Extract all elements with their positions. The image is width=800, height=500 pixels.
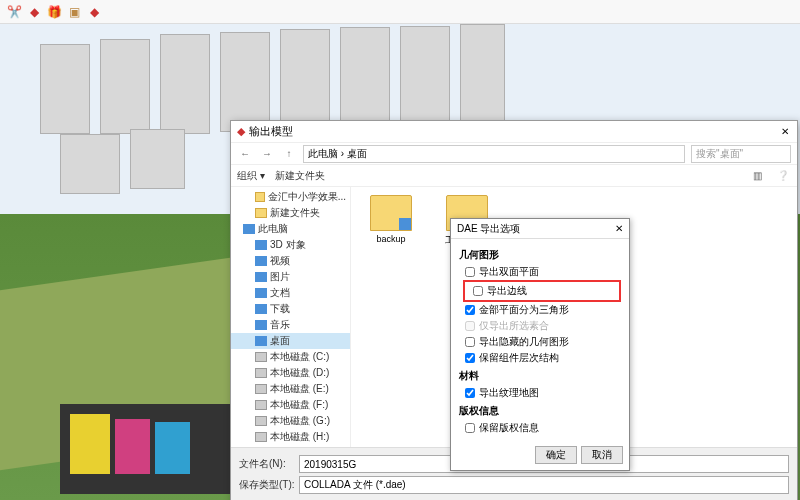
option-checkbox-row[interactable]: 仅导出所选素合 — [459, 318, 621, 334]
checkbox[interactable] — [465, 267, 475, 277]
option-label: 导出双面平面 — [479, 265, 539, 279]
tree-item-label: 本地磁盘 (F:) — [270, 398, 328, 412]
options-ok-button[interactable]: 确定 — [535, 446, 577, 464]
tree-item-label: 3D 对象 — [270, 238, 306, 252]
tree-item-label: 本地磁盘 (H:) — [270, 430, 329, 444]
option-label: 金部平面分为三角形 — [479, 303, 569, 317]
ruby-icon[interactable]: ◆ — [26, 4, 42, 20]
app-icon: ◆ — [237, 125, 245, 138]
tree-item-label: 音乐 — [270, 318, 290, 332]
tree-item[interactable]: 3D 对象 — [231, 237, 350, 253]
tree-item-label: 本地磁盘 (D:) — [270, 366, 329, 380]
blue-icon — [255, 304, 267, 314]
tree-item[interactable]: 本地磁盘 (C:) — [231, 349, 350, 365]
pc-icon — [243, 224, 255, 234]
blue-icon — [255, 336, 267, 346]
tree-item-label: 本地磁盘 (E:) — [270, 382, 329, 396]
blue-icon — [255, 320, 267, 330]
option-checkbox-row[interactable]: 金部平面分为三角形 — [459, 302, 621, 318]
nav-up-icon[interactable]: ↑ — [281, 146, 297, 162]
drive-icon — [255, 447, 267, 448]
tree-item[interactable]: 此电脑 — [231, 221, 350, 237]
filetype-select[interactable]: COLLADA 文件 (*.dae) — [299, 476, 789, 494]
search-input[interactable]: 搜索"桌面" — [691, 145, 791, 163]
checkbox[interactable] — [465, 353, 475, 363]
box-icon[interactable]: ▣ — [66, 4, 82, 20]
checkbox[interactable] — [465, 388, 475, 398]
tree-item-label: 文档 — [270, 286, 290, 300]
tree-item[interactable]: 视频 — [231, 253, 350, 269]
option-checkbox-row[interactable]: 导出隐藏的几何图形 — [459, 334, 621, 350]
file-label: backup — [376, 234, 405, 244]
drive-icon — [255, 368, 267, 378]
organize-button[interactable]: 组织 ▾ — [237, 169, 265, 183]
drive-icon — [255, 416, 267, 426]
option-label: 导出隐藏的几何图形 — [479, 335, 569, 349]
tree-item[interactable]: 新建文件夹 — [231, 205, 350, 221]
new-folder-button[interactable]: 新建文件夹 — [275, 169, 325, 183]
dae-options-dialog: DAE 导出选项 ✕ 几何图形导出双面平面导出边线金部平面分为三角形仅导出所选素… — [450, 218, 630, 471]
view-icon[interactable]: ▥ — [749, 168, 765, 184]
checkbox[interactable] — [465, 305, 475, 315]
tree-item-label: 图片 — [270, 270, 290, 284]
nav-row: ← → ↑ 此电脑 › 桌面 搜索"桌面" — [231, 143, 797, 165]
tree-item[interactable]: 本地磁盘 (E:) — [231, 381, 350, 397]
tree-item-label: 桌面 — [270, 334, 290, 348]
folder-tree[interactable]: 金汇中小学效果...新建文件夹此电脑3D 对象视频图片文档下载音乐桌面本地磁盘 … — [231, 187, 351, 447]
options-title: DAE 导出选项 — [457, 222, 520, 236]
nav-back-icon[interactable]: ← — [237, 146, 253, 162]
option-checkbox-row[interactable]: 导出边线 — [467, 283, 617, 299]
highlighted-option: 导出边线 — [463, 280, 621, 302]
tree-item[interactable]: 桌面 — [231, 333, 350, 349]
blue-icon — [255, 288, 267, 298]
gift-icon[interactable]: 🎁 — [46, 4, 62, 20]
option-checkbox-row[interactable]: 导出纹理地图 — [459, 385, 621, 401]
drive-icon — [255, 352, 267, 362]
drive-icon — [255, 400, 267, 410]
options-section-title: 几何图形 — [459, 248, 621, 262]
breadcrumb[interactable]: 此电脑 › 桌面 — [303, 145, 685, 163]
options-section-title: 材料 — [459, 369, 621, 383]
options-titlebar[interactable]: DAE 导出选项 ✕ — [451, 219, 629, 239]
blue-icon — [255, 240, 267, 250]
option-label: 仅导出所选素合 — [479, 319, 549, 333]
help-icon[interactable]: ❔ — [775, 168, 791, 184]
tree-item[interactable]: 图片 — [231, 269, 350, 285]
options-section-title: 版权信息 — [459, 404, 621, 418]
checkbox[interactable] — [465, 423, 475, 433]
ruby2-icon[interactable]: ◆ — [86, 4, 102, 20]
tree-item[interactable]: 本地磁盘 (F:) — [231, 397, 350, 413]
option-label: 导出边线 — [487, 284, 527, 298]
tree-item[interactable]: 文档 — [231, 285, 350, 301]
options-cancel-button[interactable]: 取消 — [581, 446, 623, 464]
option-label: 保留版权信息 — [479, 421, 539, 435]
drive-icon — [255, 384, 267, 394]
option-checkbox-row[interactable]: 导出双面平面 — [459, 264, 621, 280]
close-icon[interactable]: ✕ — [779, 126, 791, 138]
tree-item[interactable]: 金汇中小学效果... — [231, 189, 350, 205]
tree-item[interactable]: 本地磁盘 (G:) — [231, 413, 350, 429]
tree-item-label: 此电脑 — [258, 222, 288, 236]
tree-item[interactable]: mall (\\192.168... — [231, 445, 350, 447]
tree-item-label: 本地磁盘 (C:) — [270, 350, 329, 364]
tree-item[interactable]: 音乐 — [231, 317, 350, 333]
tree-item[interactable]: 本地磁盘 (D:) — [231, 365, 350, 381]
checkbox[interactable] — [465, 337, 475, 347]
organize-row: 组织 ▾ 新建文件夹 ▥ ❔ — [231, 165, 797, 187]
option-checkbox-row[interactable]: 保留组件层次结构 — [459, 350, 621, 366]
tree-item[interactable]: 下载 — [231, 301, 350, 317]
checkbox[interactable] — [465, 321, 475, 331]
option-checkbox-row[interactable]: 保留版权信息 — [459, 420, 621, 436]
nav-fwd-icon[interactable]: → — [259, 146, 275, 162]
filename-label: 文件名(N): — [239, 457, 299, 471]
export-dialog-titlebar[interactable]: ◆ 输出模型 ✕ — [231, 121, 797, 143]
option-label: 导出纹理地图 — [479, 386, 539, 400]
file-item[interactable]: backup — [363, 195, 419, 244]
blue-icon — [255, 256, 267, 266]
tree-item-label: 本地磁盘 (G:) — [270, 414, 330, 428]
blue-icon — [255, 272, 267, 282]
checkbox[interactable] — [473, 286, 483, 296]
options-close-icon[interactable]: ✕ — [615, 223, 623, 234]
scissors-icon[interactable]: ✂️ — [6, 4, 22, 20]
tree-item[interactable]: 本地磁盘 (H:) — [231, 429, 350, 445]
